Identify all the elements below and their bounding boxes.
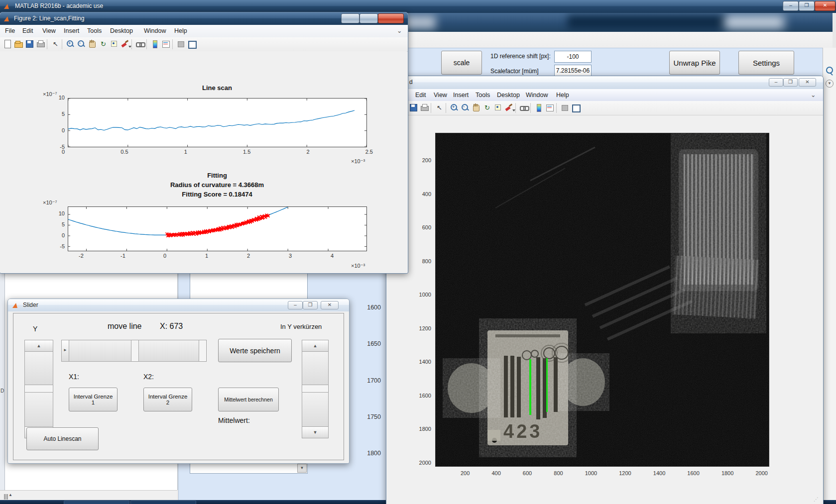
figure2-maximize-button[interactable] <box>359 13 378 23</box>
interval-grenze-2-button[interactable]: Interval Grenze 2 <box>143 388 192 411</box>
overlay-line-2[interactable] <box>546 358 548 412</box>
overlay-line-1[interactable] <box>529 359 531 415</box>
figure-right-minimize-button[interactable]: – <box>769 78 783 87</box>
menu-insert[interactable]: Insert <box>452 89 470 101</box>
slider-thumb[interactable] <box>24 351 53 385</box>
scale-button[interactable]: scale <box>441 51 482 75</box>
slider-minimize-button[interactable]: – <box>288 301 303 309</box>
taskbar-button[interactable] <box>64 501 129 504</box>
ref-shift-input[interactable] <box>554 51 592 63</box>
zoom-in-icon[interactable]: + <box>66 39 75 49</box>
zoom-out-icon[interactable]: - <box>77 39 86 49</box>
zoom-out-icon[interactable]: - <box>461 103 470 112</box>
legend-icon[interactable] <box>545 103 555 112</box>
zoom-in-icon[interactable]: + <box>450 103 459 112</box>
hide-plot-tools-icon[interactable] <box>176 39 186 49</box>
slider-right-icon[interactable]: ► <box>61 340 69 362</box>
slider-window[interactable]: Slider – ❐ ✕ Y move line X: 673 In Y ver… <box>7 299 350 464</box>
slider-thumb[interactable] <box>138 340 199 362</box>
new-document-icon[interactable] <box>3 39 12 49</box>
hide-plot-tools-icon[interactable] <box>560 103 570 112</box>
save-icon[interactable] <box>25 39 34 49</box>
slider-thumb[interactable] <box>302 392 329 427</box>
chevron-circle-icon[interactable]: ▼ <box>826 80 834 88</box>
brush-icon[interactable] <box>504 103 514 112</box>
taskbar-button[interactable] <box>130 501 196 504</box>
slider-titlebar[interactable]: Slider – ❐ ✕ <box>8 299 349 311</box>
colorbar-icon[interactable] <box>534 103 544 112</box>
save-icon[interactable] <box>409 103 418 112</box>
colorbar-icon[interactable] <box>150 39 160 49</box>
brush-icon[interactable] <box>120 39 130 49</box>
link-plot-icon[interactable] <box>135 39 145 49</box>
slider-close-button[interactable]: ✕ <box>321 301 339 309</box>
dock-figure-icon[interactable] <box>187 39 197 49</box>
plot1-axes[interactable] <box>68 98 367 147</box>
menu-view[interactable]: View <box>41 25 57 37</box>
menu-desktop[interactable]: Desktop <box>109 25 134 37</box>
y-slider-left[interactable]: ▲ ▼ <box>24 340 53 438</box>
figure2-minimize-button[interactable] <box>341 13 359 23</box>
data-cursor-icon[interactable] <box>110 39 119 49</box>
legend-icon[interactable] <box>161 39 171 49</box>
menu-insert[interactable]: Insert <box>63 25 80 37</box>
print-icon[interactable] <box>36 39 45 49</box>
slider-thumb[interactable] <box>24 392 53 427</box>
slider-down-icon[interactable]: ▼ <box>302 426 329 438</box>
rotate-3d-icon[interactable]: ↻ <box>99 39 108 49</box>
menu-desktop[interactable]: Desktop <box>496 89 521 101</box>
figure2-window[interactable]: Figure 2: Line_scan,Fitting File Edit Vi… <box>0 12 408 274</box>
menu-overflow-icon[interactable]: ⌄ <box>810 89 817 101</box>
figure2-titlebar[interactable]: Figure 2: Line_scan,Fitting <box>0 12 408 25</box>
menu-edit[interactable]: Edit <box>414 89 427 101</box>
menu-tools[interactable]: Tools <box>86 25 103 37</box>
menu-window[interactable]: Window <box>525 89 549 101</box>
resize-grip-icon[interactable]: ⋰ <box>814 497 819 502</box>
listbox-scroll-down-icon[interactable]: ▼ <box>297 464 307 473</box>
slider-thumb[interactable] <box>302 351 329 385</box>
menu-help[interactable]: Help <box>173 25 188 37</box>
x-slider[interactable]: ◄ ► <box>61 340 207 362</box>
link-plot-icon[interactable] <box>519 103 529 112</box>
scalefactor-input[interactable] <box>554 65 592 77</box>
menu-window[interactable]: Window <box>143 25 167 37</box>
menu-edit[interactable]: Edit <box>21 25 34 37</box>
cursor-icon[interactable]: ↖ <box>51 39 60 49</box>
figure-right-titlebar[interactable]: d – ❐ ✕ <box>386 76 823 89</box>
y-slider-right[interactable]: ▲ ▼ <box>302 340 329 438</box>
menu-help[interactable]: Help <box>555 89 570 101</box>
grip-arrow-icon[interactable]: ▲ <box>8 493 12 497</box>
slider-up-icon[interactable]: ▲ <box>302 340 329 352</box>
cursor-icon[interactable]: ↖ <box>435 103 444 112</box>
print-icon[interactable] <box>420 103 429 112</box>
slider-up-icon[interactable]: ▲ <box>24 340 53 352</box>
figure-right-window[interactable]: d – ❐ ✕ Edit View Insert Tools Desktop W… <box>386 76 824 504</box>
dock-figure-icon[interactable] <box>571 103 581 112</box>
figure-right-maximize-button[interactable]: ❐ <box>783 78 798 87</box>
unwrap-pike-button[interactable]: Unwrap Pike <box>669 51 720 75</box>
slider-maximize-button[interactable]: ❐ <box>303 301 318 309</box>
left-dock-tab[interactable]: D <box>0 273 5 490</box>
rotate-3d-icon[interactable]: ↻ <box>482 103 492 112</box>
menu-view[interactable]: View <box>433 89 448 101</box>
settings-button[interactable]: Settings <box>738 51 794 75</box>
main-maximize-button[interactable]: ❐ <box>799 1 815 11</box>
scan-image[interactable]: 423 <box>435 133 769 467</box>
data-cursor-icon[interactable] <box>493 103 503 112</box>
open-folder-icon[interactable] <box>14 39 23 49</box>
plot2-axes[interactable] <box>68 206 367 251</box>
mittelwert-berechnen-button[interactable]: Mittelwert berechnen <box>218 388 279 411</box>
main-close-button[interactable]: ✕ <box>815 1 836 11</box>
main-minimize-button[interactable]: – <box>783 1 799 11</box>
auto-linescan-button[interactable]: Auto Linescan <box>26 427 99 450</box>
slider-thumb[interactable] <box>69 340 131 362</box>
menu-tools[interactable]: Tools <box>475 89 491 101</box>
pan-icon[interactable] <box>472 103 481 112</box>
menu-overflow-icon[interactable]: ⌄ <box>396 25 403 37</box>
figure-right-close-button[interactable]: ✕ <box>799 78 816 87</box>
interval-grenze-1-button[interactable]: Interval Grenze 1 <box>69 388 118 411</box>
save-values-button[interactable]: Werte speichern <box>218 339 292 362</box>
pan-icon[interactable] <box>88 39 97 49</box>
search-icon[interactable] <box>826 67 833 74</box>
menu-file[interactable]: File <box>4 25 16 37</box>
